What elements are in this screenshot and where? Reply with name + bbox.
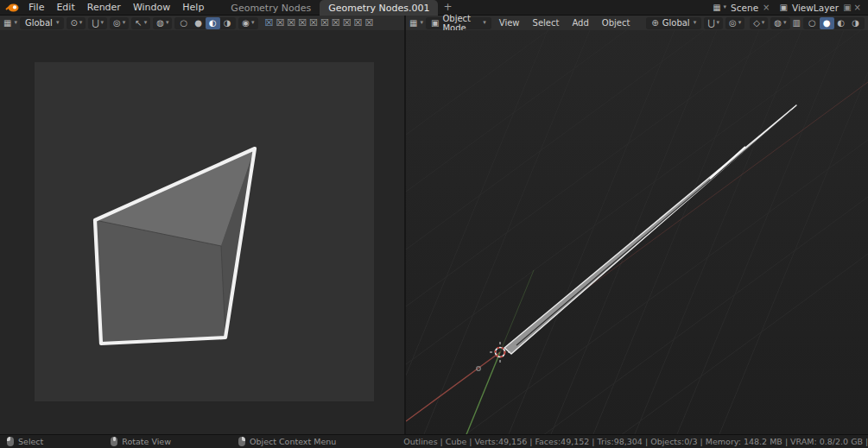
editor-type-icon[interactable]: ▦ (3, 19, 11, 28)
pivot-icon: ⊙ (70, 19, 77, 28)
exclude-toggle-icon[interactable]: ☒ (264, 18, 275, 28)
tab-geometry-nodes-001[interactable]: Geometry Nodes.001 (320, 0, 438, 16)
chevron-down-icon: ▾ (166, 20, 169, 26)
shading-material-button[interactable]: ◐ (834, 17, 849, 29)
menu-view[interactable]: View (494, 16, 525, 30)
outline-render-graphic (0, 30, 406, 434)
viewport-3d-header: ▦ ▾ ▣ Object Mode ▾ View Select Add Obje… (406, 16, 868, 30)
exclude-toggle-icon[interactable]: ☒ (353, 18, 364, 28)
show-gizmo-dropdown[interactable]: ◇ ▾ (750, 17, 768, 29)
chevron-down-icon: ▾ (738, 20, 742, 26)
shading-solid-button[interactable]: ● (191, 17, 206, 29)
exclude-toggle-icon[interactable]: ☒ (286, 18, 296, 28)
exclude-toggle-icon[interactable]: ☒ (331, 18, 341, 28)
editor-type-icon[interactable]: ▦ (409, 19, 417, 28)
menu-object[interactable]: Object (597, 16, 636, 30)
keymap-hint-rotate-view: Rotate View (111, 437, 171, 446)
chevron-down-icon: ▾ (694, 20, 697, 26)
object-mode-icon: ▣ (431, 19, 439, 28)
snap-toggle[interactable]: ⋃ ▾ (88, 17, 107, 29)
scene-statistics: Outlines | Cube | Verts:49,156 | Faces:4… (403, 437, 868, 446)
chevron-down-icon: ▾ (483, 20, 486, 26)
blade-object (504, 105, 796, 354)
exclude-toggle-icon[interactable]: ☒ (308, 18, 319, 28)
transform-orientation-label: Global (25, 18, 53, 28)
editor-headers: ▦ ▾ Global ▾ ⊙ ▾ ⋃ ▾ ◎ ▾ ↖ ▾ (0, 16, 868, 30)
menu-render[interactable]: Render (81, 0, 127, 15)
exclude-toggle-icon[interactable]: ☒ (297, 18, 307, 28)
viewport-area (0, 30, 868, 434)
shading-rendered-button[interactable]: ◑ (848, 17, 863, 29)
viewport-3d[interactable] (406, 30, 868, 434)
chevron-down-icon: ▾ (144, 20, 148, 26)
exclude-toggle-icon[interactable]: ☒ (364, 18, 374, 28)
exclude-toggle-icon[interactable]: ☒ (342, 18, 352, 28)
mode-dropdown[interactable]: ▣ Object Mode ▾ (426, 17, 491, 29)
mouse-right-icon (238, 437, 245, 446)
scene-browse-icon[interactable]: ▦ (713, 3, 720, 12)
camera-preview-viewport[interactable] (0, 30, 406, 434)
shading-solid-button[interactable]: ● (820, 17, 834, 29)
chevron-down-icon: ▾ (724, 4, 727, 10)
chevron-down-icon: ▾ (716, 20, 719, 26)
eye-icon: ◉ (242, 19, 250, 28)
menu-edit[interactable]: Edit (50, 0, 80, 15)
exclude-toggle-icon[interactable]: ☒ (275, 18, 285, 28)
overlays-icon: ◍ (156, 19, 164, 28)
tweak-tool-icon: ↖ (135, 19, 142, 28)
transform-orientation-label: Global (662, 18, 690, 28)
transform-orientation-dropdown[interactable]: ⊕ Global ▾ (646, 17, 701, 29)
shading-wireframe-button[interactable]: ○ (176, 17, 191, 29)
chevron-down-icon: ▾ (251, 20, 255, 26)
scene-unlink-icon[interactable]: × (763, 3, 770, 12)
menu-add[interactable]: Add (567, 16, 593, 30)
snap-toggle[interactable]: ⋃ ▾ (704, 17, 723, 29)
shading-material-button[interactable]: ◐ (206, 17, 220, 29)
viewport-3d-graphic (406, 30, 868, 434)
copy-viewlayer-icon[interactable]: ▣ (843, 3, 851, 12)
shading-wireframe-button[interactable]: ○ (805, 17, 820, 29)
viewlayer-icon[interactable]: ▣ (780, 3, 788, 12)
xray-toggle-icon[interactable]: ▥ (793, 19, 801, 28)
viewlayer-name[interactable]: ViewLayer (790, 3, 840, 13)
menu-file[interactable]: File (22, 0, 50, 15)
chevron-down-icon: ▾ (14, 20, 17, 26)
pivot-point-dropdown[interactable]: ⊙ ▾ (67, 17, 86, 29)
statusbar: Select Rotate View Object Context Menu O… (0, 434, 868, 448)
visibility-dropdown[interactable]: ◉ ▾ (238, 17, 257, 29)
scene-name[interactable]: Scene (729, 3, 760, 13)
chevron-down-icon: ▾ (783, 20, 787, 26)
tab-geometry-nodes[interactable]: Geometry Nodes (222, 0, 320, 16)
menu-help[interactable]: Help (176, 0, 210, 15)
keymap-hint-label: Object Context Menu (250, 437, 336, 446)
proportional-editing-toggle[interactable]: ◎ ▾ (725, 17, 744, 29)
remove-viewlayer-icon[interactable]: × (854, 3, 861, 12)
viewport-shading-group: ○ ● ◐ ◑ (174, 17, 236, 29)
keymap-hint-context-menu: Object Context Menu (238, 437, 336, 446)
blender-logo-icon[interactable] (5, 3, 19, 13)
mouse-middle-icon (111, 437, 117, 446)
chevron-down-icon: ▾ (101, 20, 105, 26)
orientation-axis-icon: ⊕ (651, 19, 658, 28)
overlays-dropdown[interactable]: ◍ ▾ (770, 17, 789, 29)
menubar: File Edit Render Window Help (22, 0, 210, 15)
chevron-down-icon: ▾ (79, 20, 83, 26)
scene-viewlayer-controls: ▦ ▾ Scene × ▣ ViewLayer ▣ × (713, 3, 868, 13)
y-axis-line (459, 352, 500, 434)
proportional-editing-icon: ◎ (113, 19, 121, 28)
blender-window: File Edit Render Window Help Geometry No… (0, 0, 868, 448)
mouse-left-icon (7, 437, 14, 446)
left-viewport-header: ▦ ▾ Global ▾ ⊙ ▾ ⋃ ▾ ◎ ▾ ↖ ▾ (0, 16, 406, 30)
transform-orientation-dropdown[interactable]: Global ▾ (20, 17, 64, 29)
keymap-hint-select: Select (7, 437, 43, 446)
workspace-tabs: Geometry Nodes Geometry Nodes.001 + (222, 0, 457, 16)
render-pass-toggles: ☒ ☒ ☒ ☒ ☒ ☒ ☒ ☒ ☒ ☒ (264, 18, 375, 28)
exclude-toggle-icon[interactable]: ☒ (320, 18, 330, 28)
menu-window[interactable]: Window (127, 0, 176, 15)
tweak-tool-dropdown[interactable]: ↖ ▾ (131, 17, 150, 29)
proportional-editing-toggle[interactable]: ◎ ▾ (110, 17, 129, 29)
overlays-dropdown[interactable]: ◍ ▾ (153, 17, 172, 29)
shading-rendered-button[interactable]: ◑ (220, 17, 235, 29)
chevron-down-icon: ▾ (123, 20, 126, 26)
menu-select[interactable]: Select (528, 16, 565, 30)
